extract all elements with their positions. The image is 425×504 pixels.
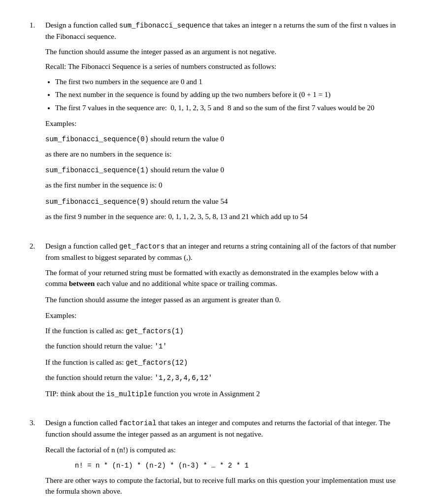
question-1-number: 1.: [30, 20, 39, 227]
question-3-body: Design a function called factorial that …: [45, 417, 400, 501]
q1-ex2-line: sum_fibonacci_sequence(1) should return …: [45, 164, 400, 176]
q2-examples-label: Examples:: [45, 310, 400, 321]
q2-ex1-return-val: '1': [155, 343, 167, 350]
question-2-header: 2. Design a function called get_factors …: [30, 241, 400, 404]
q2-examples: Examples: If the function is called as: …: [45, 310, 400, 400]
question-2: 2. Design a function called get_factors …: [30, 241, 400, 404]
q3-closing: There are other ways to compute the fact…: [45, 475, 400, 497]
q1-ex1-call: sum_fibonacci_sequence(0): [45, 135, 149, 143]
q2-tip2-text: function you wrote in Assignment 2: [154, 390, 260, 398]
q2-tip-func: is_multiple: [106, 390, 152, 398]
q2-tip-text: TIP: think about the: [45, 390, 104, 398]
q2-ex1-return-label: the function should return the value:: [45, 342, 153, 350]
q2-ex1-call-line: If the function is called as: get_factor…: [45, 325, 400, 337]
question-2-body: Design a function called get_factors tha…: [45, 241, 400, 404]
q3-intro-text: Design a function called: [45, 419, 117, 427]
q2-ex2-call: get_factors(12): [126, 359, 188, 367]
q1-bullets: The first two numbers in the sequence ar…: [55, 76, 400, 114]
q1-bullet-3: The first 7 values in the sequence are: …: [55, 102, 400, 114]
q1-example-3: sum_fibonacci_sequence(9) should return …: [45, 196, 400, 222]
q1-ex1-detail: as there are no numbers in the sequence …: [45, 149, 400, 160]
q2-ex2-call-line: If the function is called as: get_factor…: [45, 357, 400, 368]
question-3-header: 3. Design a function called factorial th…: [30, 417, 400, 501]
q1-ex2-detail: as the first number in the sequence is: …: [45, 180, 400, 191]
q1-func-name: sum_fibonacci_sequence: [119, 22, 210, 30]
q2-ex1-return-line: the function should return the value: '1…: [45, 341, 400, 352]
q1-ex1-desc: should return the value 0: [151, 135, 224, 143]
question-1-header: 1. Design a function called sum_fibonacc…: [30, 20, 400, 227]
q2-example-1: If the function is called as: get_factor…: [45, 325, 400, 352]
q2-func-name: get_factors: [119, 243, 164, 251]
q1-ex3-desc: should return the value 54: [151, 197, 228, 205]
q1-ex1-line: sum_fibonacci_sequence(0) should return …: [45, 133, 400, 145]
q1-bullet-2: The next number in the sequence is found…: [55, 89, 400, 100]
q2-format-text2: each value and no additional white space…: [97, 280, 277, 287]
question-3: 3. Design a function called factorial th…: [30, 417, 400, 501]
q2-ex2-return-label: the function should return the value:: [45, 374, 153, 381]
q3-intro-line: Design a function called factorial that …: [45, 417, 400, 440]
q1-assumption: The function should assume the integer p…: [45, 46, 400, 58]
q1-ex3-line: sum_fibonacci_sequence(9) should return …: [45, 196, 400, 207]
q2-assumption: The function should assume the integer p…: [45, 294, 400, 306]
q2-intro-text: Design a function called: [45, 242, 117, 250]
q1-ex3-detail: as the first 9 number in the sequence ar…: [45, 211, 400, 222]
q2-ex1-call: get_factors(1): [126, 327, 184, 335]
q1-ex2-desc: should return the value 0: [151, 166, 224, 174]
q1-ex3-call: sum_fibonacci_sequence(9): [45, 198, 149, 206]
question-1-body: Design a function called sum_fibonacci_s…: [45, 20, 400, 227]
q1-ex2-call: sum_fibonacci_sequence(1): [45, 166, 149, 174]
q1-examples-label: Examples:: [45, 118, 400, 129]
q1-example-1: sum_fibonacci_sequence(0) should return …: [45, 133, 400, 160]
q2-ex1-call-label: If the function is called as:: [45, 327, 124, 335]
q2-ex2-return-val: '1,2,3,4,6,12': [155, 374, 213, 382]
q1-intro-text: Design a function called: [45, 21, 117, 29]
question-1: 1. Design a function called sum_fibonacc…: [30, 20, 400, 227]
q3-recall-label: Recall the factorial of n (n!) is comput…: [45, 444, 400, 456]
question-1-intro-line: Design a function called sum_fibonacci_s…: [45, 20, 400, 42]
q2-bold-word: between: [69, 280, 95, 287]
q3-formula: n! = n * (n-1) * (n-2) * (n-3) * … * 2 *…: [75, 461, 400, 471]
q2-intro-line: Design a function called get_factors tha…: [45, 241, 400, 263]
q2-ex2-call-label: If the function is called as:: [45, 358, 124, 366]
q1-bullet-1: The first two numbers in the sequence ar…: [55, 76, 400, 88]
q2-example-2: If the function is called as: get_factor…: [45, 357, 400, 383]
q2-format-line: The format of your returned string must …: [45, 267, 400, 289]
question-2-number: 2.: [30, 241, 39, 404]
q1-recall-label: Recall: The Fibonacci Sequence is a seri…: [45, 61, 400, 72]
q2-ex2-return-line: the function should return the value: '1…: [45, 372, 400, 383]
q3-func-name: factorial: [119, 419, 157, 427]
question-3-number: 3.: [30, 417, 39, 501]
q1-example-2: sum_fibonacci_sequence(1) should return …: [45, 164, 400, 191]
q1-examples: Examples: sum_fibonacci_sequence(0) shou…: [45, 118, 400, 222]
q2-tip-line: TIP: think about the is_multiple functio…: [45, 388, 400, 400]
